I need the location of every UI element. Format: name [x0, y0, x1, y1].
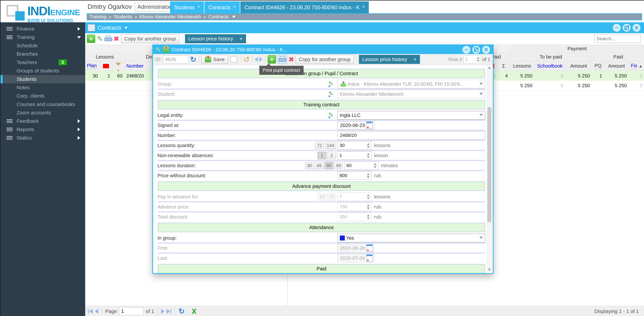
sidebar-item-statics[interactable]: Statics: [0, 134, 85, 142]
add-button[interactable]: +: [268, 55, 276, 64]
add-button[interactable]: +: [87, 34, 95, 43]
preset-144-button[interactable]: 144: [325, 142, 336, 149]
header-cell-lessons[interactable]: Lessons: [510, 61, 534, 71]
preset-2-button[interactable]: 2: [327, 152, 336, 159]
modal-restore-button[interactable]: [472, 46, 480, 54]
student-combo[interactable]: Klimov Alexander Nikolaevich: [338, 90, 485, 98]
header-cell-fix[interactable]: Fix▲: [629, 61, 644, 71]
legal-entity-combo[interactable]: Ingla LLC: [338, 111, 485, 120]
lesson-price-history-button[interactable]: Lesson price history+: [359, 55, 420, 64]
row-number-stepper[interactable]: [464, 55, 481, 64]
sidebar-item-schedule[interactable]: Schedule: [0, 42, 85, 50]
lesson-price-history-button[interactable]: Lesson price history+: [185, 34, 246, 43]
breadcrumb-item-student-name[interactable]: Klimov Alexander Nikolaevich: [140, 14, 201, 20]
export-excel-icon[interactable]: X: [192, 307, 196, 315]
panel-close-button[interactable]: ✕: [632, 24, 640, 32]
header-cell-amount[interactable]: Amount: [565, 61, 592, 71]
refresh-icon[interactable]: ↻: [190, 55, 196, 64]
sidebar-item-groups-of-students[interactable]: Groups of students: [0, 66, 85, 75]
undo-icon[interactable]: ↺: [243, 55, 250, 64]
panel-restore-button[interactable]: [623, 24, 630, 32]
lessons-duration-stepper[interactable]: [344, 161, 378, 170]
print-icon[interactable]: [104, 36, 112, 42]
tab-contracts[interactable]: Contracts ×: [204, 1, 240, 14]
breadcrumb-item-contracts[interactable]: Contracts: [208, 14, 228, 20]
edit-combo-icon[interactable]: ✎: [328, 111, 336, 119]
copy-for-another-group-button[interactable]: Copy for another group: [296, 55, 354, 64]
signed-at-date-field[interactable]: 2020-06-23: [338, 121, 374, 130]
sidebar-item-reports[interactable]: Reports: [0, 125, 85, 134]
group-combo[interactable]: Indus - Klimov Alexander TUE 10:00'60, F…: [338, 80, 485, 88]
print-pupil-contract-button[interactable]: [278, 55, 287, 64]
tab-students[interactable]: Students ×: [170, 1, 204, 14]
sidebar-item-feedback[interactable]: Feedback: [0, 117, 85, 125]
sidebar-item-teachers[interactable]: Teachers3: [0, 58, 85, 66]
edit-pencil-icon[interactable]: ✎: [97, 35, 103, 43]
preset-30-button[interactable]: 30: [305, 162, 314, 169]
prev-record-button[interactable]: [254, 57, 258, 62]
edit-combo-icon[interactable]: ✎: [328, 90, 336, 98]
modal-close-button[interactable]: ✕: [482, 46, 490, 54]
preset-45-button[interactable]: 45: [315, 162, 324, 169]
copy-for-another-group-button[interactable]: Copy for another group: [121, 34, 180, 43]
page-input[interactable]: [119, 307, 144, 315]
edit-combo-icon[interactable]: ✎: [328, 80, 336, 88]
blank-flag-button[interactable]: [229, 55, 238, 64]
preset-90-button[interactable]: 90: [334, 162, 343, 169]
contract-number-input[interactable]: [338, 131, 485, 140]
search-input[interactable]: [594, 34, 641, 43]
in-group-combo[interactable]: Yes: [338, 234, 485, 242]
save-button[interactable]: Save: [202, 55, 228, 64]
scrollbar-thumb[interactable]: [487, 107, 492, 222]
sidebar-item-finance[interactable]: Finance: [0, 25, 85, 33]
cell-amount: 5 250: [565, 71, 592, 81]
sidebar-item-branches[interactable]: Branches: [0, 50, 85, 58]
first-page-button[interactable]: [88, 309, 92, 314]
chevron-down-icon[interactable]: [124, 27, 128, 29]
page-label: Page: [105, 308, 117, 314]
close-icon[interactable]: ×: [197, 4, 200, 9]
sidebar-item-courses[interactable]: Courses and coursebooks: [0, 100, 85, 108]
sidebar-item-training[interactable]: Training: [0, 33, 85, 42]
cell-schoolbook: 0: [534, 71, 565, 81]
header-cell-pq[interactable]: PQ: [592, 61, 604, 71]
panel-minimize-button[interactable]: −: [613, 24, 621, 32]
scroll-up-icon[interactable]: [488, 67, 490, 68]
delete-icon[interactable]: ✖: [114, 35, 119, 42]
prev-page-button[interactable]: [95, 309, 98, 314]
header-cell-flag[interactable]: [100, 61, 112, 71]
tab-contract-detail[interactable]: Contract ID#4626 - 23.06.20 750-800'60 I…: [240, 1, 369, 14]
header-cell-number[interactable]: Number: [124, 61, 153, 71]
lessons-quantity-stepper[interactable]: [338, 141, 372, 150]
next-page-button[interactable]: [161, 309, 164, 314]
breadcrumb-item-students[interactable]: Students: [114, 14, 132, 20]
price-stepper[interactable]: [338, 172, 372, 180]
breadcrumb-item-training[interactable]: Training: [90, 14, 106, 20]
sidebar-item-notes[interactable]: Notes: [0, 83, 85, 92]
delete-icon[interactable]: ✖: [288, 56, 294, 63]
calendar-icon[interactable]: [366, 122, 373, 129]
close-icon[interactable]: ×: [362, 4, 365, 9]
non-renewable-absences-stepper[interactable]: [338, 151, 372, 160]
last-page-button[interactable]: [167, 309, 172, 314]
modal-titlebar[interactable]: ✎ Contract ID#4626 - 23.06.20 750-800'60…: [153, 45, 493, 54]
sidebar-item-corp-clients[interactable]: Corp. clients: [0, 92, 85, 100]
header-cell-schoolbook[interactable]: Schoolbook: [534, 61, 565, 71]
header-cell-plan[interactable]: Plan: [85, 61, 100, 71]
header-cell-duration[interactable]: [112, 61, 124, 71]
sidebar-item-students[interactable]: Students: [0, 75, 85, 83]
preset-72-button[interactable]: 72: [315, 142, 324, 149]
close-icon[interactable]: ×: [233, 4, 236, 9]
modal-scrollbar[interactable]: [487, 66, 492, 272]
header-cell-sigma[interactable]: Σ: [498, 61, 510, 71]
refresh-icon[interactable]: ↻: [178, 307, 185, 316]
modal-minimize-button[interactable]: −: [462, 46, 470, 54]
chevron-down-icon: [77, 36, 81, 38]
next-record-button[interactable]: [259, 57, 263, 62]
chevron-down-icon[interactable]: [232, 16, 236, 18]
scroll-down-icon[interactable]: [488, 269, 490, 270]
header-cell-amount2[interactable]: Amount: [604, 61, 629, 71]
preset-60-button[interactable]: 60: [324, 162, 333, 169]
preset-1-button[interactable]: 1: [318, 152, 326, 159]
sidebar-item-zoom-accounts[interactable]: Zoom accounts: [0, 108, 85, 117]
